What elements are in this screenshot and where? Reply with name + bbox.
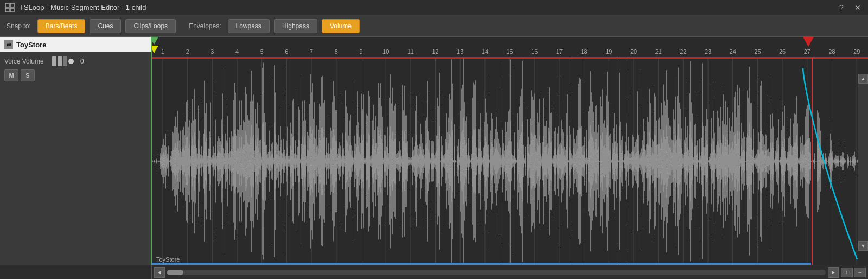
blue-selection-bar	[152, 263, 811, 265]
env-highpass-button[interactable]: Highpass	[274, 19, 317, 33]
track-icon: ⇄	[4, 40, 13, 49]
timeline-area: 1234567891011121314151617181920212223242…	[152, 37, 868, 265]
scroll-track[interactable]	[858, 84, 868, 241]
voice-volume-label: Voice Volume	[4, 58, 48, 65]
ruler-number-18: 18	[581, 48, 588, 55]
ruler-number-11: 11	[407, 48, 414, 55]
waveform-canvas	[152, 58, 868, 265]
scrollbar-track[interactable]	[167, 270, 826, 275]
right-scroll-area: ◄ ► + −	[152, 265, 868, 279]
snap-bars-beats-button[interactable]: Bars/Beats	[37, 19, 86, 33]
ruler-number-21: 21	[655, 48, 662, 55]
volume-fader[interactable]	[52, 56, 74, 66]
snap-cues-button[interactable]: Cues	[90, 19, 121, 33]
ruler-number-17: 17	[556, 48, 563, 55]
env-volume-button[interactable]: Volume	[322, 19, 360, 33]
ruler-number-22: 22	[680, 48, 686, 55]
ruler-number-15: 15	[506, 48, 513, 55]
solo-button[interactable]: S	[21, 69, 35, 81]
toolbar: Snap to: Bars/Beats Cues Clips/Loops Env…	[0, 15, 868, 37]
ruler-number-10: 10	[382, 48, 389, 55]
yellow-marker[interactable]	[152, 46, 158, 53]
main-area: ⇄ ToyStore Voice Volume 0 M S	[0, 37, 868, 265]
snap-clips-loops-button[interactable]: Clips/Loops	[125, 19, 176, 33]
scroll-up-button[interactable]: ▲	[858, 74, 868, 84]
ms-buttons: M S	[4, 69, 146, 81]
ruler-number-8: 8	[335, 48, 338, 55]
fader-bar-1	[52, 56, 56, 66]
bottom-right-buttons: + −	[841, 268, 866, 277]
track-header: ⇄ ToyStore	[0, 37, 151, 52]
mute-button[interactable]: M	[4, 69, 18, 81]
voice-volume-row: Voice Volume 0	[4, 56, 146, 66]
ruler-number-16: 16	[531, 48, 538, 55]
ruler-number-13: 13	[457, 48, 463, 55]
close-button[interactable]: ✕	[852, 2, 864, 14]
ruler-number-24: 24	[730, 48, 736, 55]
ruler-number-12: 12	[432, 48, 438, 55]
red-marker[interactable]	[803, 37, 814, 47]
right-scrollbar: ▲ ▼	[858, 74, 868, 251]
ruler-number-5: 5	[260, 48, 264, 55]
snap-label: Snap to:	[7, 22, 31, 30]
scroll-down-button[interactable]: ▼	[858, 241, 868, 251]
ruler-number-20: 20	[630, 48, 637, 55]
ruler-number-7: 7	[310, 48, 313, 55]
env-lowpass-button[interactable]: Lowpass	[228, 19, 270, 33]
titlebar-left: TSLoop - Music Segment Editor - 1 child	[4, 2, 146, 13]
volume-value: 0	[80, 58, 84, 65]
svg-rect-3	[10, 8, 14, 12]
zoom-plus-button[interactable]: +	[841, 268, 853, 277]
titlebar-right: ? ✕	[835, 2, 864, 14]
fader-bar-2	[58, 56, 62, 66]
envelope-label: Envelopes:	[189, 22, 221, 30]
scroll-left-button[interactable]: ◄	[154, 267, 165, 278]
ruler-number-1: 1	[161, 48, 164, 55]
play-marker[interactable]	[152, 37, 158, 45]
track-name: ToyStore	[16, 41, 46, 49]
waveform-container[interactable]: ToyStore	[152, 58, 868, 265]
ruler-number-14: 14	[482, 48, 488, 55]
svg-rect-0	[5, 3, 9, 7]
ruler-number-19: 19	[605, 48, 612, 55]
ruler: 1234567891011121314151617181920212223242…	[152, 37, 868, 58]
app-icon	[4, 2, 15, 13]
bottom-bar: ◄ ► + −	[0, 265, 868, 279]
fader-bar-3	[63, 56, 67, 66]
fader-knob[interactable]	[68, 59, 74, 64]
ruler-number-28: 28	[828, 48, 835, 55]
ruler-number-25: 25	[754, 48, 761, 55]
left-scroll-area	[0, 265, 152, 279]
red-horizontal-line	[152, 58, 868, 59]
ruler-number-29: 29	[853, 48, 860, 55]
track-label-bottom: ToyStore	[156, 256, 180, 263]
titlebar-title: TSLoop - Music Segment Editor - 1 child	[20, 3, 146, 11]
ruler-number-6: 6	[285, 48, 288, 55]
cyan-curve	[797, 58, 868, 265]
ruler-number-2: 2	[186, 48, 189, 55]
zoom-minus-button[interactable]: −	[854, 268, 866, 277]
ruler-number-9: 9	[359, 48, 362, 55]
ruler-number-4: 4	[235, 48, 239, 55]
ruler-inner: 1234567891011121314151617181920212223242…	[152, 37, 868, 57]
titlebar: TSLoop - Music Segment Editor - 1 child …	[0, 0, 868, 15]
svg-rect-1	[10, 3, 14, 7]
svg-rect-2	[5, 8, 9, 12]
scrollbar-thumb[interactable]	[167, 270, 183, 275]
left-panel: ⇄ ToyStore Voice Volume 0 M S	[0, 37, 152, 265]
track-controls: Voice Volume 0 M S	[0, 52, 151, 86]
ruler-number-3: 3	[210, 48, 214, 55]
scroll-right-button[interactable]: ►	[828, 267, 839, 278]
ruler-number-23: 23	[705, 48, 711, 55]
ruler-number-26: 26	[779, 48, 786, 55]
ruler-number-27: 27	[804, 48, 810, 55]
help-button[interactable]: ?	[835, 2, 847, 14]
